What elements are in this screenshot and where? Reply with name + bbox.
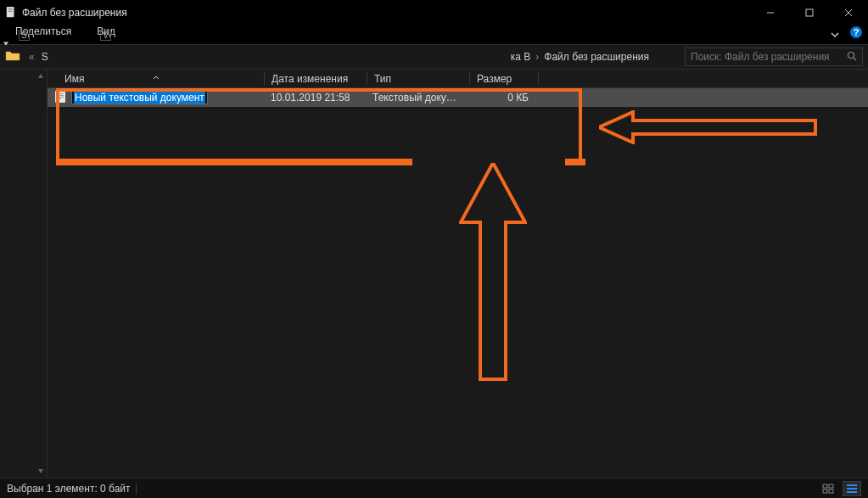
rename-input[interactable]: Новый текстовый документ [71, 91, 208, 104]
breadcrumb-seg-3[interactable]: Файл без расширения [540, 51, 652, 63]
svg-rect-24 [829, 484, 833, 488]
column-header-name[interactable]: Имя [48, 73, 264, 85]
svg-rect-1 [8, 8, 13, 8]
svg-rect-23 [823, 484, 827, 488]
column-date-label: Дата изменения [272, 73, 348, 85]
tab-view[interactable]: Вид V [97, 25, 115, 37]
close-button[interactable] [829, 0, 868, 25]
scroll-up-icon[interactable] [34, 70, 48, 83]
svg-rect-19 [57, 97, 64, 98]
window-title: Файл без расширения [22, 7, 127, 19]
svg-marker-21 [599, 112, 815, 143]
svg-rect-25 [823, 490, 827, 493]
view-large-icons-button[interactable] [819, 481, 837, 496]
svg-rect-18 [57, 95, 64, 96]
column-name-label: Имя [64, 73, 84, 85]
svg-point-12 [848, 52, 854, 58]
scroll-down-icon[interactable] [34, 464, 48, 478]
svg-rect-17 [57, 93, 64, 94]
view-details-button[interactable] [843, 481, 861, 496]
svg-marker-22 [461, 163, 525, 379]
column-header-date[interactable]: Дата изменения [265, 73, 367, 85]
svg-rect-3 [8, 11, 13, 12]
column-header-type[interactable]: Тип [367, 73, 469, 85]
help-icon[interactable]: ? [849, 25, 863, 42]
file-size: 0 КБ [468, 92, 535, 104]
column-headers: Имя Дата изменения Тип Размер [48, 70, 868, 88]
breadcrumb-separator-icon: › [534, 51, 540, 63]
app-icon [5, 6, 17, 20]
status-text: Выбран 1 элемент: 0 байт [7, 483, 131, 495]
svg-text:?: ? [854, 27, 860, 37]
ribbon-expand-icon[interactable] [831, 30, 839, 42]
svg-rect-2 [8, 9, 13, 10]
svg-rect-5 [806, 9, 813, 16]
status-separator [136, 483, 137, 495]
breadcrumb-seg-1[interactable]: S [38, 51, 52, 63]
tab-share-key: S [19, 30, 30, 41]
ribbon-tabs: Поделиться S Вид V ? [0, 25, 868, 44]
navigation-pane[interactable] [0, 70, 48, 478]
tab-view-key: V [100, 30, 111, 41]
file-date: 10.01.2019 21:58 [264, 92, 366, 104]
rename-text: Новый текстовый документ [74, 92, 205, 104]
breadcrumb[interactable]: « S ка B › Файл без расширения [25, 51, 652, 63]
svg-marker-14 [38, 74, 43, 78]
column-type-label: Тип [374, 73, 391, 85]
file-type: Текстовый докум... [366, 92, 468, 104]
annotation-rectangle-bottom [56, 159, 412, 165]
column-size-label: Размер [477, 73, 512, 85]
column-resize-handle[interactable] [538, 73, 539, 85]
svg-marker-8 [3, 42, 8, 45]
svg-line-13 [854, 58, 856, 60]
file-tab-dropdown-icon[interactable] [3, 37, 9, 49]
sort-indicator-icon [153, 70, 160, 82]
folder-icon [5, 50, 20, 64]
status-bar: Выбран 1 элемент: 0 байт [0, 478, 868, 498]
minimize-button[interactable] [751, 0, 790, 25]
svg-rect-20 [57, 98, 61, 99]
annotation-rectangle-bottom-right [565, 159, 585, 165]
annotation-arrow-left [599, 110, 820, 147]
main-area: Имя Дата изменения Тип Размер Новый текс… [0, 70, 868, 478]
search-input[interactable]: Поиск: Файл без расширения [685, 48, 863, 66]
file-list-area: Имя Дата изменения Тип Размер Новый текс… [48, 70, 868, 478]
search-placeholder: Поиск: Файл без расширения [691, 51, 847, 63]
file-row[interactable]: Новый текстовый документ 10.01.2019 21:5… [48, 88, 868, 107]
text-file-icon [54, 90, 66, 106]
column-header-size[interactable]: Размер [470, 73, 538, 85]
address-bar-row: « S ка B › Файл без расширения Поиск: Фа… [0, 44, 868, 70]
annotation-arrow-up [459, 163, 527, 386]
maximize-button[interactable] [790, 0, 829, 25]
breadcrumb-seg-2[interactable]: ка B [507, 51, 535, 63]
search-icon [847, 51, 857, 64]
svg-rect-26 [829, 490, 833, 493]
tab-share[interactable]: Поделиться S [15, 25, 71, 37]
breadcrumb-overflow-icon[interactable]: « [25, 51, 38, 63]
title-bar: Файл без расширения [0, 0, 868, 25]
svg-marker-15 [38, 469, 43, 473]
